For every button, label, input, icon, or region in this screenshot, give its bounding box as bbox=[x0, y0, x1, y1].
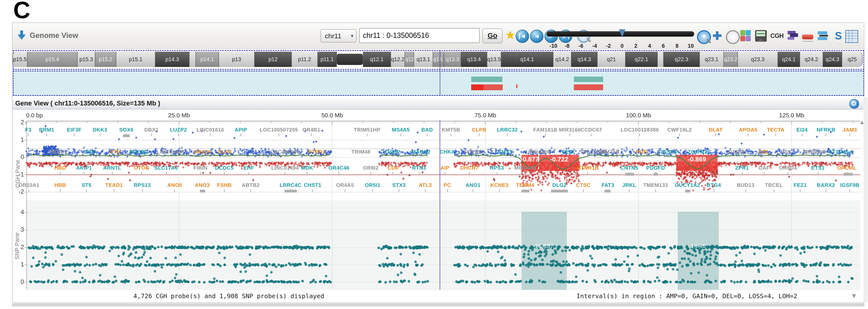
gene-label-FEZ1[interactable]: FEZ1 bbox=[794, 182, 807, 188]
gene-label-AKIP1[interactable]: AKIP1 bbox=[76, 165, 92, 171]
gene-label-CHKA[interactable]: CHKA bbox=[439, 149, 455, 155]
gene-label-BSX[interactable]: BSX bbox=[781, 149, 792, 155]
gene-label-JRKL[interactable]: JRKL bbox=[622, 182, 637, 188]
gene-label-OR4C46[interactable]: OR4C46 bbox=[329, 165, 349, 171]
chromosome-band-p15.5[interactable]: p15.5 bbox=[12, 52, 28, 67]
gene-label-JAM3[interactable]: JAM3 bbox=[843, 127, 857, 133]
gene-label-FAM76B[interactable]: FAM76B bbox=[598, 149, 620, 155]
gene-label-FIBIN[interactable]: FIBIN bbox=[193, 165, 208, 171]
gene-label-CASP4[interactable]: CASP4 bbox=[659, 149, 677, 155]
gene-label-LINC01488[interactable]: LINC01488 bbox=[157, 149, 184, 155]
chromosome-band-p12[interactable]: p12 bbox=[255, 52, 292, 67]
collapse-genome-view-icon[interactable] bbox=[18, 30, 26, 41]
gene-label-LOC100507205[interactable]: LOC100507205 bbox=[260, 127, 298, 133]
gene-label-CWF19L2[interactable]: CWF19L2 bbox=[667, 127, 692, 133]
pan-left-button[interactable]: ◄ bbox=[530, 30, 544, 43]
gene-label-EIF3F[interactable]: EIF3F bbox=[67, 127, 82, 133]
gene-label-OR8D4[interactable]: OR8D4 bbox=[779, 165, 797, 171]
location-input[interactable] bbox=[359, 28, 479, 43]
table-view-icon[interactable] bbox=[845, 30, 857, 42]
gene-label-OR5I1[interactable]: OR5I1 bbox=[365, 182, 380, 188]
chromosome-band-p13[interactable]: p13 bbox=[219, 52, 255, 67]
chromosome-band-q13.3[interactable]: q13.3 bbox=[444, 52, 461, 67]
gene-label-TEAD1[interactable]: TEAD1 bbox=[105, 182, 123, 188]
gene-label-AIP[interactable]: AIP bbox=[440, 165, 450, 171]
gene-label-F3[interactable]: F3 bbox=[25, 127, 31, 133]
chromosome-band-q22.3[interactable]: q22.3 bbox=[664, 52, 700, 67]
gene-label-OTOG[interactable]: OTOG bbox=[134, 165, 149, 171]
chromosome-band-q24.2[interactable]: q24.2 bbox=[800, 52, 823, 67]
loh-interval-bar[interactable] bbox=[471, 76, 502, 82]
chromosome-band-q12.2[interactable]: q12.2 bbox=[391, 52, 405, 67]
gene-label-DLG2[interactable]: DLG2 bbox=[552, 182, 566, 188]
gene-label-OR4A5[interactable]: OR4A5 bbox=[336, 182, 354, 188]
gene-label-PGR[interactable]: PGR bbox=[636, 149, 647, 155]
gene-label-SLC17A6[interactable]: SLC17A6 bbox=[154, 165, 178, 171]
scroll-up-icon[interactable]: ▲ bbox=[859, 119, 865, 126]
gene-label-ZPR1[interactable]: ZPR1 bbox=[735, 165, 749, 171]
gene-label-OSBP[interactable]: OSBP bbox=[385, 149, 400, 155]
zoom-in-icon[interactable]: + bbox=[697, 30, 709, 42]
gene-label-DBX1[interactable]: DBX1 bbox=[144, 127, 159, 133]
gene-label-DLAT[interactable]: DLAT bbox=[709, 127, 723, 133]
gene-label-LUZP2[interactable]: LUZP2 bbox=[170, 127, 187, 133]
go-button[interactable]: Go bbox=[483, 28, 502, 43]
monitor-icon[interactable] bbox=[755, 30, 767, 42]
gene-label-DCDC5[interactable]: DCDC5 bbox=[215, 165, 234, 171]
chromosome-band-q14.3[interactable]: q14.3 bbox=[571, 52, 597, 67]
gene-label-SOX6[interactable]: SOX6 bbox=[119, 127, 133, 133]
gene-label-MIR4686[interactable]: MIR4686 bbox=[514, 165, 536, 171]
chromosome-band-p11.2[interactable]: p11.2 bbox=[292, 52, 318, 67]
gene-label-MTNR1B[interactable]: MTNR1B bbox=[577, 165, 599, 171]
gene-label-FOLR3[interactable]: FOLR3 bbox=[464, 149, 482, 155]
gene-label-HBD[interactable]: HBD bbox=[54, 165, 66, 171]
gene-label-TMEM133[interactable]: TMEM133 bbox=[643, 182, 668, 188]
gene-label-CBL[interactable]: CBL bbox=[758, 149, 770, 155]
cgh-mode-icon[interactable]: CGH bbox=[770, 30, 782, 42]
gene-label-FAT3[interactable]: FAT3 bbox=[601, 182, 614, 188]
chromosome-band-q25[interactable]: q25 bbox=[842, 52, 863, 67]
red-interval-icon[interactable] bbox=[802, 33, 814, 45]
gene-label-PDGFD[interactable]: PDGFD bbox=[646, 165, 665, 171]
chromosome-band[interactable] bbox=[189, 52, 196, 67]
chromosome-band-p15.4[interactable]: p15.4 bbox=[28, 52, 78, 67]
gene-label-RPS13[interactable]: RPS13 bbox=[134, 182, 151, 188]
vertical-scrollbar[interactable] bbox=[864, 97, 868, 302]
gene-label-CCDC67[interactable]: CCDC67 bbox=[581, 127, 602, 133]
chromosome-band-q24.3[interactable]: q24.3 bbox=[823, 52, 842, 67]
gene-label-EED[interactable]: EED bbox=[562, 149, 573, 155]
gene-label-ZC3H12C[interactable]: ZC3H12C bbox=[688, 149, 712, 155]
gene-label-MIR4300[interactable]: MIR4300 bbox=[528, 149, 550, 155]
chromosome-band-q24.1[interactable]: q24.1 bbox=[778, 52, 800, 67]
gene-label-TBCEL[interactable]: TBCEL bbox=[765, 182, 783, 188]
gene-label-KCNE3[interactable]: KCNE3 bbox=[490, 182, 508, 188]
gene-label-MDK[interactable]: MDK bbox=[301, 165, 313, 171]
gene-label-CADM1[interactable]: CADM1 bbox=[728, 149, 747, 155]
chromosome-band[interactable] bbox=[337, 54, 363, 65]
chromosome-band-p15.1[interactable]: p15.1 bbox=[116, 52, 155, 67]
gene-label-MS4A5[interactable]: MS4A5 bbox=[392, 127, 410, 133]
gene-label-LOC440040[interactable]: LOC440040 bbox=[270, 149, 300, 155]
gene-label-LINC01494[interactable]: LINC01494 bbox=[271, 165, 299, 171]
gene-label-EI24[interactable]: EI24 bbox=[797, 127, 808, 133]
gene-label-CTSC[interactable]: CTSC bbox=[576, 182, 591, 188]
scroll-down-icon[interactable]: ▼ bbox=[850, 292, 857, 300]
chromosome-band-q12.1[interactable]: q12.1 bbox=[363, 52, 391, 67]
color-grid-icon[interactable] bbox=[740, 30, 752, 42]
gene-label-ATL3[interactable]: ATL3 bbox=[419, 182, 432, 188]
gene-label-ELP4[interactable]: ELP4 bbox=[218, 149, 231, 155]
gene-label-ANO3[interactable]: ANO3 bbox=[195, 182, 210, 188]
gene-label-NFRKB[interactable]: NFRKB bbox=[816, 127, 835, 133]
chromosome-band[interactable] bbox=[658, 52, 664, 67]
gene-label-PC[interactable]: PC bbox=[443, 182, 451, 188]
lasso-select-icon[interactable] bbox=[726, 30, 738, 42]
chromosome-band-q14.1[interactable]: q14.1 bbox=[501, 52, 553, 67]
gene-label-ARNTL[interactable]: ARNTL bbox=[103, 165, 122, 171]
gene-label-STX3[interactable]: STX3 bbox=[392, 182, 406, 188]
chromosome-band-p14.3[interactable]: p14.3 bbox=[155, 52, 189, 67]
gene-label-ETS1[interactable]: ETS1 bbox=[811, 165, 825, 171]
zoom-slider-handle[interactable] bbox=[619, 29, 625, 37]
gene-label-TRIM48[interactable]: TRIM48 bbox=[351, 149, 371, 155]
gene-label-CNTN5[interactable]: CNTN5 bbox=[620, 165, 638, 171]
chromosome-band-q22.1[interactable]: q22.1 bbox=[626, 52, 658, 67]
